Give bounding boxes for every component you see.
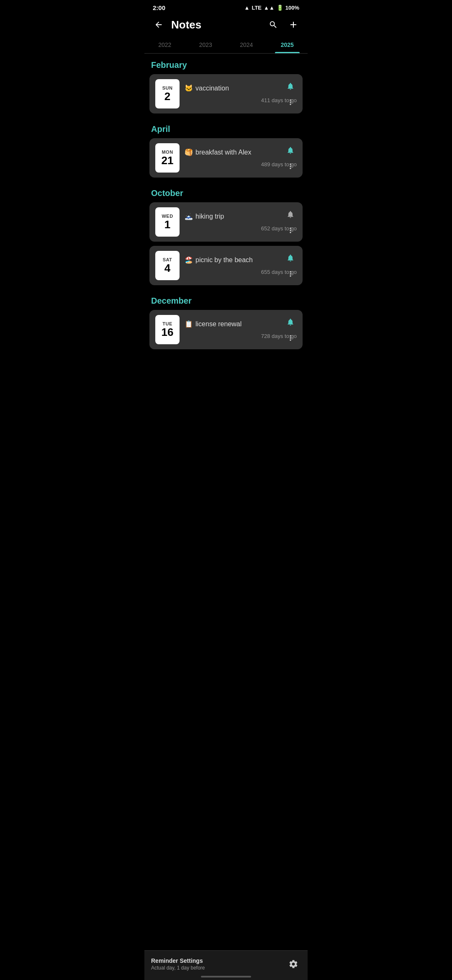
more-button-license[interactable] [284, 332, 297, 344]
more-button-vaccination[interactable] [284, 96, 297, 108]
event-title-license: 📋 license renewal [185, 320, 297, 328]
event-title-breakfast: 🥞 breakfast with Alex [185, 148, 297, 156]
month-header-october: October [149, 182, 303, 202]
bell-button-picnic[interactable] [284, 252, 297, 264]
bell-button-license[interactable] [284, 316, 297, 328]
event-card-license: TUE 16 📋 license renewal 728 days to go [149, 310, 303, 349]
date-badge-mon-21: MON 21 [155, 143, 180, 173]
status-icons: ▲ LTE ▲▲ 🔋 100% [244, 5, 299, 11]
bell-button-breakfast[interactable] [284, 144, 297, 157]
status-time: 2:00 [153, 4, 165, 11]
month-header-february: February [149, 54, 303, 74]
signal-bars-icon: ▲▲ [264, 5, 275, 11]
month-header-april: April [149, 118, 303, 138]
bell-button-vaccination[interactable] [284, 80, 297, 93]
event-actions-license [284, 316, 297, 344]
event-title-picnic: 🏖️ picnic by the beach [185, 256, 297, 264]
event-title-hiking: 🗻 hiking trip [185, 212, 297, 220]
month-header-december: December [149, 289, 303, 310]
tab-2022[interactable]: 2022 [144, 37, 185, 53]
date-badge-tue-16: TUE 16 [155, 315, 180, 344]
content: February SUN 2 🐱 vaccination 411 days to… [144, 54, 308, 387]
event-card-hiking: WED 1 🗻 hiking trip 652 days to go [149, 202, 303, 242]
event-card-vaccination: SUN 2 🐱 vaccination 411 days to go [149, 74, 303, 113]
wifi-icon: ▲ [244, 5, 250, 11]
event-label: breakfast with Alex [195, 149, 251, 156]
back-button[interactable] [151, 17, 166, 32]
event-actions-picnic [284, 252, 297, 280]
event-emoji: 🥞 [185, 148, 193, 156]
search-button[interactable] [266, 17, 281, 32]
status-bar: 2:00 ▲ LTE ▲▲ 🔋 100% [144, 0, 308, 14]
more-button-picnic[interactable] [284, 268, 297, 280]
event-card-picnic: SAT 4 🏖️ picnic by the beach 655 days to… [149, 246, 303, 285]
more-button-hiking[interactable] [284, 224, 297, 237]
add-button[interactable] [286, 17, 301, 32]
event-label: vaccination [195, 85, 229, 92]
battery-icon: 🔋 [277, 5, 283, 11]
event-actions-hiking [284, 208, 297, 237]
event-emoji: 🏖️ [185, 256, 193, 264]
bell-button-hiking[interactable] [284, 208, 297, 221]
year-tabs: 2022 2023 2024 2025 [144, 37, 308, 54]
event-title-vaccination: 🐱 vaccination [185, 84, 297, 92]
event-emoji: 🐱 [185, 84, 193, 92]
date-badge-wed-1: WED 1 [155, 207, 180, 237]
event-card-breakfast: MON 21 🥞 breakfast with Alex 489 days to… [149, 138, 303, 178]
date-badge-sat-4: SAT 4 [155, 251, 180, 280]
more-button-breakfast[interactable] [284, 160, 297, 173]
signal-label: LTE [252, 5, 262, 11]
header: Notes [144, 14, 308, 37]
tab-2024[interactable]: 2024 [226, 37, 267, 53]
event-actions-breakfast [284, 144, 297, 173]
event-emoji: 📋 [185, 320, 193, 328]
event-emoji: 🗻 [185, 212, 193, 220]
date-badge-sun-2: SUN 2 [155, 79, 180, 108]
event-label: hiking trip [195, 213, 224, 220]
event-label: picnic by the beach [195, 256, 253, 264]
tab-2023[interactable]: 2023 [185, 37, 226, 53]
event-actions-vaccination [284, 80, 297, 108]
page-title: Notes [171, 18, 261, 31]
event-label: license renewal [195, 320, 241, 328]
battery-label: 100% [285, 5, 299, 11]
tab-2025[interactable]: 2025 [267, 37, 308, 53]
